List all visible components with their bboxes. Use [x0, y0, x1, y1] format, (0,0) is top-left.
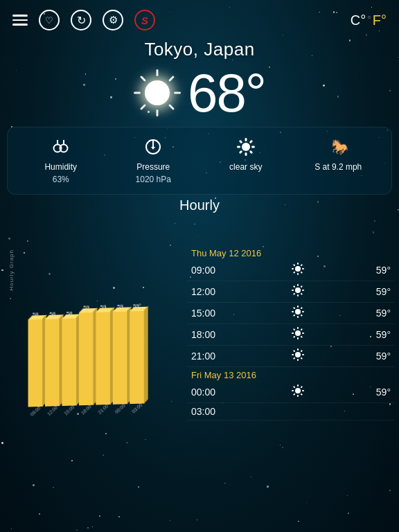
svg-rect-63 — [301, 357, 303, 360]
weather-icon-sun — [134, 69, 181, 116]
humidity-label: Humidity — [44, 162, 77, 172]
bar-x-label: 12:00 — [46, 405, 59, 416]
svg-rect-71 — [302, 390, 304, 391]
svg-rect-65 — [293, 357, 296, 360]
hourly-row-temp: 59° — [370, 329, 391, 340]
svg-rect-37 — [297, 294, 299, 296]
refresh-button[interactable]: ↻ — [71, 10, 91, 30]
stats-row: Humidity 63% Pressure 1020 hPa — [7, 127, 392, 195]
svg-rect-61 — [301, 350, 303, 353]
svg-rect-24 — [297, 263, 299, 265]
svg-rect-1 — [168, 76, 175, 82]
svg-point-50 — [295, 330, 301, 336]
hourly-row-icon — [226, 263, 370, 278]
svg-point-68 — [295, 388, 301, 393]
hourly-section: Hourly Graph 5809:005812:005815:005918:0… — [0, 224, 399, 439]
bar-group: 5918:00 — [79, 304, 94, 412]
bar-group: 59°03:00 — [130, 303, 145, 411]
wind-icon: 🐎 — [328, 137, 348, 159]
fahrenheit-unit[interactable]: F° — [373, 12, 387, 28]
hourly-row-temp: 59° — [370, 265, 391, 276]
hourly-date-header: Thu May 12 2016 — [187, 245, 395, 260]
alert-button[interactable]: S — [134, 10, 155, 30]
hourly-row-icon — [226, 348, 370, 364]
pressure-value: 1020 hPa — [136, 175, 171, 184]
bar-x-label: 09:00 — [30, 405, 42, 417]
bar-3d — [28, 319, 44, 407]
svg-rect-16 — [251, 146, 255, 148]
svg-rect-75 — [292, 390, 294, 391]
hourly-row-icon — [226, 327, 370, 342]
hourly-row: 03:00 — [187, 403, 395, 420]
svg-rect-62 — [302, 354, 304, 355]
hourly-row-icon — [226, 384, 370, 400]
settings-button[interactable]: ⚙ — [103, 10, 123, 30]
header: ♡ ↻ ⚙ S C° ° F° — [0, 0, 399, 35]
humidity-icon — [51, 137, 71, 159]
favorites-button[interactable]: ♡ — [39, 10, 60, 30]
hourly-row: 12:00 59° — [187, 281, 395, 303]
celsius-unit[interactable]: C° — [351, 12, 366, 28]
svg-rect-6 — [134, 92, 141, 94]
humidity-value: 63% — [53, 175, 69, 184]
svg-rect-17 — [249, 150, 253, 154]
svg-rect-58 — [293, 328, 296, 331]
svg-point-59 — [295, 352, 301, 357]
hourly-row-temp: 59° — [370, 387, 391, 398]
svg-rect-44 — [302, 311, 304, 312]
bar-3d — [113, 311, 128, 405]
bar-group: 5921:00 — [96, 303, 111, 411]
sun-rays-svg — [134, 69, 181, 116]
svg-rect-30 — [292, 268, 294, 269]
city-name: Tokyo, Japan — [0, 39, 399, 60]
svg-point-23 — [295, 266, 301, 272]
bar-x-label: 15:00 — [63, 405, 76, 416]
svg-rect-51 — [297, 327, 299, 329]
svg-rect-31 — [293, 264, 296, 267]
pressure-label: Pressure — [136, 162, 170, 172]
bar-3d — [45, 318, 60, 406]
hourly-row-time: 21:00 — [191, 351, 226, 362]
stat-wind: 🐎 S at 9.2 mph — [314, 137, 362, 172]
svg-rect-5 — [140, 104, 146, 110]
svg-rect-2 — [174, 92, 181, 94]
hourly-row: 00:00 59° — [187, 382, 395, 403]
svg-rect-42 — [297, 305, 299, 308]
hourly-row: 15:00 59° — [187, 303, 395, 324]
svg-rect-76 — [293, 386, 296, 389]
bar-x-label: 21:00 — [97, 403, 109, 415]
hourly-list[interactable]: Thu May 12 201609:00 59°12:00 — [187, 224, 399, 439]
svg-rect-60 — [297, 348, 299, 351]
wind-label: S at 9.2 mph — [314, 162, 362, 172]
bar-x-label: 03:00 — [131, 402, 143, 414]
stat-sky: clear sky — [222, 137, 270, 172]
svg-rect-40 — [293, 285, 296, 288]
hourly-row-time: 09:00 — [191, 265, 226, 276]
svg-rect-74 — [293, 393, 296, 396]
svg-rect-53 — [302, 332, 304, 334]
svg-point-41 — [295, 309, 301, 314]
svg-rect-3 — [168, 104, 175, 110]
hourly-row-time: 18:00 — [191, 329, 226, 340]
hourly-row-time: 00:00 — [191, 387, 226, 398]
hourly-row-temp: 59° — [370, 286, 391, 297]
hourly-row-time: 12:00 — [191, 286, 226, 297]
current-weather: 68° — [0, 66, 399, 120]
bar-3d — [62, 318, 77, 406]
hourly-chart: Hourly Graph 5809:005812:005815:005918:0… — [0, 224, 187, 439]
svg-rect-48 — [292, 311, 294, 312]
svg-rect-72 — [301, 393, 303, 396]
svg-rect-26 — [302, 268, 304, 269]
hourly-row-temp: 59° — [370, 308, 391, 319]
menu-button[interactable] — [12, 15, 28, 26]
svg-rect-56 — [293, 336, 296, 339]
sky-label: clear sky — [229, 162, 262, 172]
svg-point-32 — [295, 287, 301, 293]
svg-rect-70 — [301, 386, 303, 389]
svg-rect-7 — [140, 76, 146, 82]
bar-3d — [96, 311, 111, 405]
svg-rect-45 — [301, 314, 303, 317]
svg-rect-67 — [293, 350, 296, 353]
svg-rect-4 — [157, 109, 159, 116]
nav-icons: ♡ ↻ ⚙ S — [39, 10, 155, 30]
